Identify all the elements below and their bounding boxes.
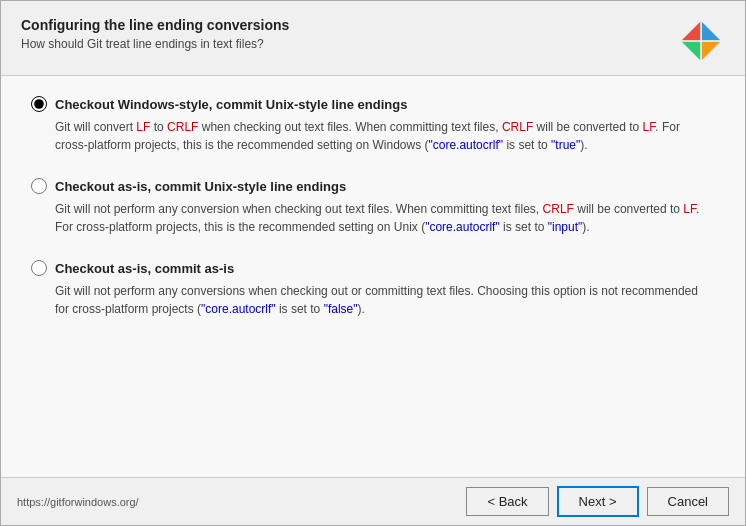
footer-link: https://gitforwindows.org/ [17, 496, 139, 508]
svg-marker-1 [681, 21, 701, 41]
option-2-label[interactable]: Checkout as-is, commit Unix-style line e… [31, 178, 715, 194]
header: Configuring the line ending conversions … [1, 1, 745, 76]
dialog-subtitle: How should Git treat line endings in tex… [21, 37, 289, 51]
cancel-button[interactable]: Cancel [647, 487, 729, 516]
svg-marker-4 [701, 41, 721, 61]
option-1-radio[interactable] [31, 96, 47, 112]
option-1-label[interactable]: Checkout Windows-style, commit Unix-styl… [31, 96, 715, 112]
option-3: Checkout as-is, commit as-is Git will no… [31, 260, 715, 318]
option-2-desc: Git will not perform any conversion when… [55, 200, 715, 236]
footer-buttons: < Back Next > Cancel [466, 486, 729, 517]
app-logo [677, 17, 725, 65]
option-2-title: Checkout as-is, commit Unix-style line e… [55, 179, 346, 194]
option-2-radio[interactable] [31, 178, 47, 194]
option-3-label[interactable]: Checkout as-is, commit as-is [31, 260, 715, 276]
next-button[interactable]: Next > [557, 486, 639, 517]
dialog-title: Configuring the line ending conversions [21, 17, 289, 33]
opt2-crlf: CRLF [543, 202, 574, 216]
opt1-crlf1: CRLF [167, 120, 198, 134]
opt1-crlf2: CRLF [502, 120, 533, 134]
opt2-lf: LF [683, 202, 696, 216]
option-1-title: Checkout Windows-style, commit Unix-styl… [55, 97, 407, 112]
opt2-config: "core.autocrlf" [425, 220, 500, 234]
dialog: Configuring the line ending conversions … [0, 0, 746, 526]
svg-marker-2 [701, 21, 721, 41]
opt1-lf: LF [136, 120, 150, 134]
option-3-radio[interactable] [31, 260, 47, 276]
footer: https://gitforwindows.org/ < Back Next >… [1, 477, 745, 525]
option-2: Checkout as-is, commit Unix-style line e… [31, 178, 715, 236]
back-button[interactable]: < Back [466, 487, 548, 516]
svg-marker-3 [681, 41, 701, 61]
header-text: Configuring the line ending conversions … [21, 17, 289, 51]
opt3-value: "false" [324, 302, 358, 316]
content-area: Checkout Windows-style, commit Unix-styl… [1, 76, 745, 477]
opt1-value: "true" [551, 138, 580, 152]
option-1-desc: Git will convert LF to CRLF when checkin… [55, 118, 715, 154]
opt1-config: "core.autocrlf" [428, 138, 503, 152]
option-1: Checkout Windows-style, commit Unix-styl… [31, 96, 715, 154]
option-3-title: Checkout as-is, commit as-is [55, 261, 234, 276]
option-3-desc: Git will not perform any conversions whe… [55, 282, 715, 318]
opt1-lf2: LF [643, 120, 656, 134]
opt2-value: "input" [548, 220, 583, 234]
opt3-config: "core.autocrlf" [201, 302, 276, 316]
